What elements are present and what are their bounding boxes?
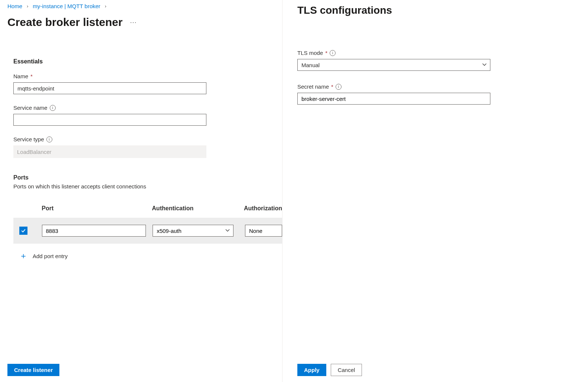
authz-select[interactable]: None: [245, 225, 282, 237]
col-port-header: Port: [42, 205, 152, 212]
breadcrumb: Home › my-instance | MQTT broker ›: [7, 3, 282, 9]
tls-panel-title: TLS configurations: [297, 4, 573, 16]
required-marker: *: [331, 83, 333, 90]
tls-footer: Apply Cancel: [297, 364, 362, 376]
ports-table: Port Authentication Authorization x509-a: [13, 205, 282, 244]
add-port-entry-button[interactable]: ＋ Add port entry: [13, 250, 282, 261]
service-type-input: [13, 145, 206, 158]
add-port-label: Add port entry: [33, 253, 68, 259]
required-marker: *: [325, 50, 327, 56]
chevron-right-icon: ›: [105, 3, 106, 9]
page-title-row: Create broker listener ···: [7, 16, 282, 29]
name-field: Name *: [13, 73, 282, 94]
auth-select[interactable]: x509-auth: [153, 225, 233, 237]
service-name-field: Service name i: [13, 105, 282, 126]
breadcrumb-instance[interactable]: my-instance | MQTT broker: [33, 3, 100, 9]
more-icon[interactable]: ···: [130, 19, 137, 26]
secret-name-label: Secret name: [297, 83, 329, 90]
service-type-field: Service type i: [13, 136, 282, 158]
apply-button[interactable]: Apply: [297, 364, 326, 376]
tls-mode-label: TLS mode: [297, 50, 323, 56]
create-listener-button[interactable]: Create listener: [7, 364, 59, 376]
service-name-label: Service name: [13, 105, 48, 111]
auth-select-wrap: x509-auth: [153, 225, 233, 237]
info-icon[interactable]: i: [336, 84, 342, 90]
info-icon[interactable]: i: [46, 136, 52, 142]
name-input[interactable]: [13, 82, 206, 94]
ports-header-row: Port Authentication Authorization: [13, 205, 282, 218]
info-icon[interactable]: i: [330, 50, 336, 56]
main-footer: Create listener: [7, 364, 59, 376]
service-name-input[interactable]: [13, 114, 206, 126]
tls-mode-select-wrap: Manual: [297, 59, 490, 71]
secret-name-field: Secret name * i: [297, 83, 573, 105]
ports-heading: Ports: [13, 174, 282, 181]
breadcrumb-home[interactable]: Home: [7, 3, 22, 9]
ports-section: Ports Ports on which this listener accep…: [7, 174, 282, 261]
name-label: Name: [13, 73, 28, 79]
service-type-label: Service type: [13, 136, 44, 142]
chevron-right-icon: ›: [27, 3, 28, 9]
tls-mode-field: TLS mode * i Manual: [297, 50, 573, 71]
row-checkbox[interactable]: [19, 227, 27, 235]
table-row: x509-auth None: [13, 218, 282, 244]
cancel-button[interactable]: Cancel: [331, 364, 362, 376]
info-icon[interactable]: i: [50, 105, 56, 111]
tls-side-panel: TLS configurations TLS mode * i Manual S…: [282, 0, 588, 382]
port-input[interactable]: [42, 225, 146, 237]
col-auth-header: Authentication: [152, 205, 244, 212]
col-authz-header: Authorization: [244, 205, 282, 212]
ports-description: Ports on which this listener accepts cli…: [13, 183, 282, 190]
essentials-section: Essentials Name * Service name i Service…: [7, 58, 282, 158]
page-title: Create broker listener: [7, 16, 122, 29]
plus-icon: ＋: [19, 250, 27, 261]
secret-name-input[interactable]: [297, 93, 490, 105]
main-panel: Home › my-instance | MQTT broker › Creat…: [0, 0, 282, 382]
essentials-heading: Essentials: [13, 58, 282, 65]
required-marker: *: [30, 73, 33, 79]
tls-mode-select[interactable]: Manual: [297, 59, 490, 71]
authz-select-wrap: None: [245, 225, 282, 237]
